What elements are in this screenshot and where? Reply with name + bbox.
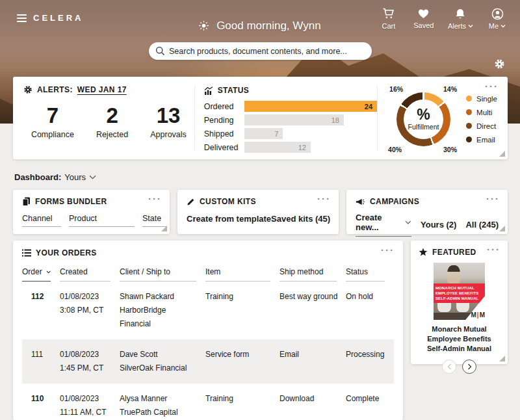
featured-document-thumbnail[interactable]: MONARCH MUTUAL EMPLOYEE BENEFITS SELF-AD… [434, 263, 485, 320]
nav-alerts[interactable]: Alerts [448, 8, 473, 30]
orders-title-text: YOUR ORDERS [36, 248, 97, 257]
status-title: STATUS [204, 86, 377, 95]
bar-row-pending: Pending 18 [204, 114, 377, 125]
column-header-status[interactable]: Status [346, 266, 385, 282]
alerts-gear-icon [23, 85, 32, 94]
create-new-dropdown-value: Create new... [356, 213, 405, 232]
alerts-title: ALERTS: WED JAN 17 [23, 85, 194, 94]
nav-cart[interactable]: Cart [378, 8, 400, 30]
chevron-down-icon [89, 175, 96, 179]
campaigns-yours-link[interactable]: Yours (2) [421, 220, 456, 230]
bar-value: 24 [365, 103, 372, 111]
stat-value: 7 [31, 103, 74, 128]
section-divider [194, 85, 195, 151]
bar-value: 12 [298, 144, 306, 151]
bar-shipped: 7 [244, 128, 283, 139]
dashboard-selector-value: Yours [64, 172, 86, 182]
custom-kits-menu-dots[interactable]: ··· [317, 196, 331, 202]
featured-caption: Monarch Mutual Employee Benefits Self-Ad… [419, 324, 500, 354]
top-bar: CELERA Good morning, Wynn [0, 0, 520, 36]
column-header-item[interactable]: Item [205, 266, 270, 282]
campaigns-menu-dots[interactable]: ··· [486, 196, 500, 202]
bar-label: Ordered [204, 102, 244, 111]
search-icon [155, 46, 165, 56]
search-input[interactable] [149, 42, 372, 60]
panel-menu-dots[interactable]: ··· [485, 83, 499, 90]
legend-label: Multi [476, 109, 492, 116]
featured-title-text: FEATURED [432, 248, 476, 257]
alert-stats: 7 Compliance 2 Rejected 13 Approvals [23, 103, 194, 139]
previous-arrow-button[interactable] [442, 360, 456, 374]
campaigns-title: CAMPAIGNS [356, 197, 499, 206]
your-orders-panel: ··· YOUR ORDERS Order Created Client / S… [13, 241, 403, 420]
pencil-icon [187, 198, 195, 206]
alerts-date-link[interactable]: WED JAN 17 [77, 85, 127, 94]
resize-handle[interactable] [161, 226, 167, 231]
channel-field[interactable] [22, 213, 61, 227]
section-divider [377, 85, 378, 151]
legend-label: Direct [476, 122, 496, 130]
order-status: Processing [346, 339, 394, 384]
order-item: Service form [205, 339, 280, 384]
create-from-template-link[interactable]: Create from template [187, 214, 271, 224]
column-header-order[interactable]: Order [22, 266, 51, 282]
order-client: Shawn PackardHarborBridge Financial [120, 282, 205, 339]
column-header-ship-method[interactable]: Ship method [280, 266, 337, 282]
featured-menu-dots[interactable]: ··· [487, 246, 500, 253]
list-icon [22, 249, 31, 257]
alerts-title-text: ALERTS: [37, 85, 73, 94]
legend-dot-direct [466, 123, 472, 129]
order-client: Alysa MannerTruePath Capital [120, 384, 205, 420]
saved-kits-link[interactable]: Saved kits (45) [271, 214, 330, 224]
chevron-down-icon [500, 24, 506, 28]
forms-bundler-menu-dots[interactable]: ··· [148, 196, 162, 202]
order-created: 01/08/20233:08 PM, CT [60, 282, 120, 339]
resize-handle[interactable] [499, 151, 505, 157]
custom-kits-title-text: CUSTOM KITS [200, 197, 256, 206]
product-field[interactable] [69, 213, 135, 227]
nav-me-label: Me [489, 22, 499, 30]
bar-ordered: 24 [244, 101, 377, 112]
create-new-dropdown[interactable]: Create new... [356, 212, 411, 237]
stat-value: 2 [96, 103, 128, 128]
column-header-client[interactable]: Client / Ship to [120, 266, 196, 282]
resize-handle[interactable] [499, 356, 505, 361]
state-field[interactable] [142, 213, 167, 227]
forms-bundler-fields [22, 213, 161, 227]
column-header-created[interactable]: Created [60, 266, 110, 282]
nav-saved[interactable]: Saved [413, 8, 435, 30]
documents-icon [22, 197, 31, 206]
greeting-text: Good morning, Wynn [216, 20, 320, 32]
order-number: 110 [22, 384, 60, 420]
donut-center-symbol: % [417, 107, 430, 122]
chevron-down-icon [468, 24, 473, 28]
order-row-112[interactable]: 112 01/08/20233:08 PM, CT Shawn PackardH… [22, 282, 394, 339]
monarch-mutual-logo: M|M [471, 311, 486, 319]
order-status: On hold [346, 282, 394, 339]
heart-icon [417, 8, 430, 20]
campaigns-title-text: CAMPAIGNS [370, 197, 419, 206]
legend-dot-email [466, 137, 472, 142]
stat-label: Compliance [31, 130, 74, 139]
stat-label: Approvals [150, 130, 187, 139]
dashboard-selector[interactable]: Dashboard: Yours [14, 172, 96, 182]
bar-value: 18 [332, 116, 339, 124]
order-row-111[interactable]: 111 01/08/20231:45 PM, CT Dave ScottSilv… [22, 339, 394, 384]
orders-menu-dots[interactable]: ··· [381, 247, 395, 254]
status-bar-chart: Ordered 24 Pending 18 Shipped 7 Delivere… [204, 101, 377, 153]
order-row-110[interactable]: 110 01/08/202311:11 AM, CT Alysa MannerT… [22, 384, 394, 420]
sun-icon [199, 21, 209, 31]
order-ship-method: Best way ground [280, 282, 346, 339]
bar-label: Shipped [204, 129, 244, 138]
settings-gear-icon[interactable] [494, 59, 505, 70]
stat-approvals: 13 Approvals [150, 103, 187, 139]
campaigns-all-link[interactable]: All (245) [465, 220, 499, 230]
resize-handle[interactable] [499, 226, 505, 231]
featured-panel: ··· FEATURED MONARCH MUTUAL EMPLOYEE BEN… [411, 241, 508, 364]
nav-me[interactable]: Me [486, 8, 508, 30]
order-client: Dave ScottSilverOak Financial [120, 339, 205, 384]
chart-icon [204, 86, 213, 95]
next-arrow-button[interactable] [462, 360, 476, 374]
star-icon [419, 248, 428, 257]
orders-header-row: Order Created Client / Ship to Item Ship… [22, 266, 394, 282]
